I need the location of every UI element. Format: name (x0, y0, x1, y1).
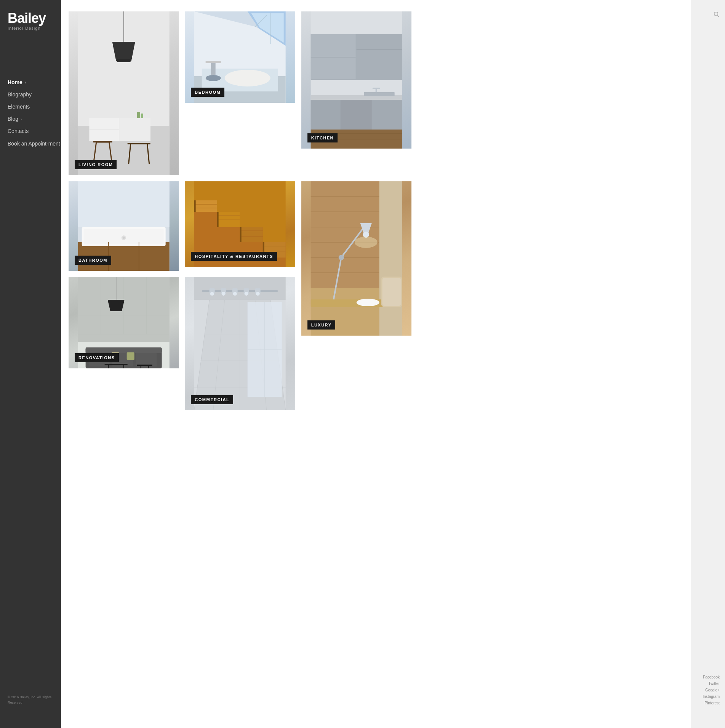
sidebar-item-biography[interactable]: Biography (8, 88, 61, 101)
svg-point-148 (714, 12, 718, 16)
sidebar-item-blog[interactable]: Blog › (8, 113, 61, 125)
svg-rect-28 (206, 61, 221, 63)
label-renovations: RENOVATIONS (75, 353, 119, 362)
grid-item-bathroom[interactable]: BATHROOM (69, 181, 179, 271)
svg-rect-33 (310, 34, 355, 79)
svg-rect-88 (379, 181, 402, 336)
grid-item-living-room[interactable]: LIVING ROOM (69, 11, 179, 175)
label-commercial: COMMERCIAL (191, 395, 233, 404)
svg-point-96 (356, 299, 379, 306)
svg-point-95 (354, 237, 377, 248)
svg-rect-142 (105, 364, 128, 365)
grid-item-luxury[interactable]: LUXURY (301, 181, 411, 336)
svg-point-71 (123, 237, 125, 239)
sidebar-item-book[interactable]: Book an Appoint-ment (8, 137, 61, 150)
logo-name: Bailey (8, 11, 53, 25)
social-link-twitter[interactable]: Twitter (709, 682, 720, 686)
social-link-googleplus[interactable]: Google+ (705, 688, 720, 692)
nav-label-elements: Elements (8, 104, 30, 110)
commercial-illustration (185, 277, 295, 410)
grid-item-renovations[interactable]: RENOVATIONS (69, 277, 179, 368)
svg-rect-47 (364, 92, 394, 96)
sidebar: Bailey Interior Design Home › Biography … (0, 0, 61, 728)
sidebar-item-elements[interactable]: Elements (8, 101, 61, 113)
living-room-illustration (69, 11, 179, 175)
search-icon[interactable] (714, 11, 720, 19)
svg-point-30 (206, 75, 221, 81)
nav-label-book: Book an Appoint-ment (8, 140, 60, 147)
svg-marker-133 (108, 300, 125, 311)
svg-point-107 (233, 292, 237, 296)
svg-rect-46 (372, 88, 380, 89)
nav-label-home: Home (8, 79, 22, 85)
svg-rect-17 (137, 112, 140, 118)
svg-marker-50 (194, 200, 217, 212)
svg-rect-62 (194, 200, 196, 212)
footer-copyright: © 2016 Bailey, Inc. All Rights Reserved (8, 695, 61, 705)
portfolio-grid: LIVING ROOM (69, 11, 411, 416)
grid-item-bedroom[interactable]: BEDROOM (185, 11, 295, 103)
label-bathroom: BATHROOM (75, 256, 111, 265)
grid-item-kitchen[interactable]: KITCHEN (301, 11, 411, 149)
grid-item-hospitality[interactable]: HOSPITALITY & RESTAURANTS (185, 181, 295, 267)
svg-marker-52 (240, 227, 263, 242)
label-hospitality: HOSPITALITY & RESTAURANTS (191, 252, 277, 261)
svg-rect-34 (356, 34, 402, 79)
nav-label-contacts: Contacts (8, 128, 29, 134)
svg-point-92 (338, 255, 344, 260)
label-kitchen: KITCHEN (307, 133, 338, 142)
sidebar-item-contacts[interactable]: Contacts (8, 125, 61, 137)
label-bedroom: BEDROOM (191, 88, 224, 97)
social-link-facebook[interactable]: Facebook (703, 675, 720, 679)
svg-rect-98 (382, 278, 401, 306)
svg-rect-141 (127, 352, 134, 360)
svg-rect-64 (240, 227, 242, 242)
nav-label-biography: Biography (8, 91, 32, 98)
svg-marker-3 (112, 42, 135, 61)
svg-rect-18 (141, 114, 143, 118)
svg-point-111 (256, 292, 260, 296)
social-link-instagram[interactable]: Instagram (703, 694, 720, 699)
logo-tagline: Interior Design (8, 26, 53, 30)
svg-rect-4 (117, 59, 131, 62)
social-links-list: Facebook Twitter Google+ Instagram Pinte… (703, 675, 720, 728)
svg-rect-7 (119, 118, 150, 141)
svg-rect-139 (136, 353, 157, 366)
svg-rect-10 (93, 141, 112, 142)
chevron-icon-home: › (25, 80, 26, 85)
svg-point-105 (222, 292, 226, 296)
svg-rect-14 (128, 143, 150, 144)
svg-rect-63 (217, 212, 219, 227)
main-content: LIVING ROOM (61, 0, 691, 728)
svg-rect-76 (78, 181, 170, 227)
label-living-room: LIVING ROOM (75, 160, 117, 169)
label-luxury: LUXURY (307, 320, 336, 330)
grid-item-commercial[interactable]: COMMERCIAL (185, 277, 295, 410)
main-nav: Home › Biography Elements Blog › Contact… (0, 76, 61, 150)
svg-rect-29 (211, 63, 216, 75)
social-link-pinterest[interactable]: Pinterest (705, 701, 720, 705)
chevron-icon-blog: › (21, 117, 22, 121)
nav-label-blog: Blog (8, 116, 18, 122)
social-bar: Facebook Twitter Google+ Instagram Pinte… (691, 0, 725, 728)
svg-line-149 (718, 16, 719, 17)
sidebar-item-home[interactable]: Home › (8, 76, 61, 88)
svg-point-103 (210, 292, 214, 296)
kitchen-illustration (301, 11, 411, 149)
logo-area: Bailey Interior Design (0, 0, 61, 38)
svg-rect-136 (86, 347, 162, 353)
svg-point-109 (245, 292, 248, 296)
svg-rect-100 (194, 277, 286, 300)
svg-point-27 (225, 70, 270, 86)
luxury-illustration (301, 181, 411, 336)
svg-rect-145 (137, 365, 152, 366)
